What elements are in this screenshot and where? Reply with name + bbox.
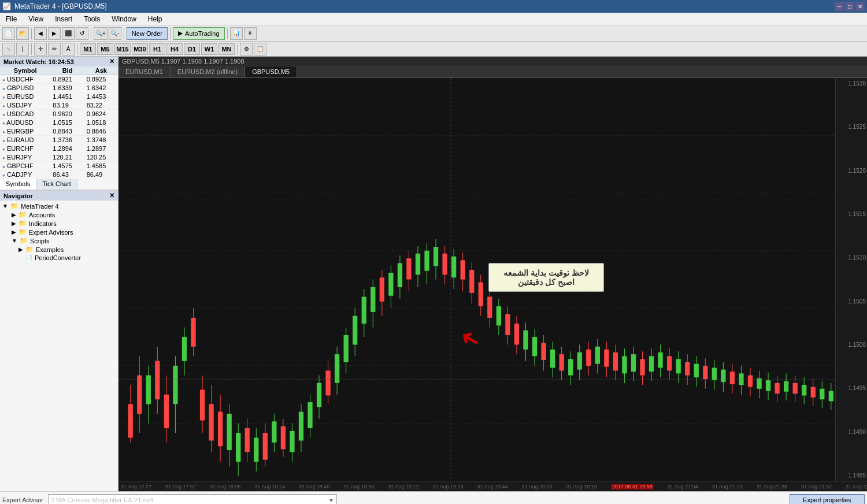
menu-view[interactable]: View — [25, 14, 47, 24]
open-button[interactable]: 📂 — [16, 27, 29, 40]
tf-w1[interactable]: W1 — [201, 43, 217, 55]
svg-rect-22 — [191, 318, 195, 347]
minimize-button[interactable]: ─ — [835, 2, 844, 11]
chart-tab-gbpusdm5[interactable]: GBPUSD,M5 — [245, 66, 297, 77]
svg-rect-56 — [344, 335, 349, 362]
market-watch-row[interactable]: ● USDCHF 0.8921 0.8925 — [0, 75, 118, 84]
menu-tools[interactable]: Tools — [80, 14, 103, 24]
menu-file[interactable]: File — [2, 14, 20, 24]
market-watch-header: Market Watch: 16:24:53 ✕ — [0, 57, 118, 66]
ts-3: 31 Aug 18:08 — [210, 484, 240, 490]
svg-rect-66 — [388, 273, 393, 296]
chart-tab-eurusdm1[interactable]: EURUSD,M1 — [118, 66, 171, 77]
nav-periodconverter[interactable]: 📄 PeriodConverter — [0, 254, 118, 262]
mw-ask: 1.4453 — [84, 92, 118, 101]
market-watch-row[interactable]: ● USDJPY 83.19 83.22 — [0, 101, 118, 110]
mw-col-bid: Bid — [50, 66, 84, 75]
nav-scripts[interactable]: ▼ 📁 Scripts — [0, 236, 118, 245]
svg-rect-38 — [263, 433, 268, 459]
cursor-tool[interactable]: | — [16, 43, 29, 55]
autotrading-button[interactable]: ▶ AutoTrading — [173, 27, 225, 40]
timeframe-toolbar: ⟍ | ✛ ✏ A M1 M5 M15 M30 H1 H4 D1 W1 MN ⚙… — [0, 42, 867, 57]
close-button[interactable]: ✕ — [855, 2, 865, 11]
properties-button[interactable]: ⚙ — [240, 43, 253, 55]
price-10: 1.1485 — [837, 472, 866, 479]
tf-h4[interactable]: H4 — [166, 43, 183, 55]
nav-accounts[interactable]: ▶ 📁 Accounts — [0, 210, 118, 219]
svg-rect-138 — [712, 368, 717, 380]
tf-m1[interactable]: M1 — [80, 43, 96, 55]
price-4: 1.1515 — [837, 211, 866, 217]
svg-rect-148 — [757, 378, 761, 388]
svg-rect-70 — [406, 258, 411, 280]
tf-m15[interactable]: M15 — [114, 43, 131, 55]
mw-bid: 0.8921 — [50, 75, 84, 84]
zoom-in-button[interactable]: 🔍+ — [94, 27, 108, 40]
chart-type-button[interactable]: 📊 — [230, 27, 243, 40]
titlebar-controls[interactable]: ─ □ ✕ — [835, 2, 865, 11]
market-watch-row[interactable]: ● EURJPY 120.21 120.25 — [0, 153, 118, 162]
tf-m30[interactable]: M30 — [132, 43, 148, 55]
stop-button[interactable]: ⬛ — [62, 27, 75, 40]
price-2: 1.1525 — [837, 124, 866, 130]
mw-tab-symbols[interactable]: Symbols — [0, 179, 36, 190]
mw-ask: 1.0518 — [84, 118, 118, 127]
mw-bid: 1.2894 — [50, 144, 84, 153]
sep6 — [31, 43, 32, 55]
tf-h1[interactable]: H1 — [149, 43, 165, 55]
market-watch-row[interactable]: ● EURGBP 0.8843 0.8846 — [0, 127, 118, 136]
zoom-out-button[interactable]: 🔍- — [109, 27, 121, 40]
back-button[interactable]: ◀ — [34, 27, 47, 40]
svg-rect-32 — [236, 433, 240, 462]
market-watch-row[interactable]: ● GBPUSD 1.6339 1.6342 — [0, 84, 118, 92]
template-button[interactable]: 📋 — [254, 43, 266, 55]
market-watch-row[interactable]: ● CADJPY 86.43 86.49 — [0, 171, 118, 179]
nav-expert-advisors[interactable]: ▶ 📁 Expert Advisors — [0, 228, 118, 236]
market-watch-row[interactable]: ● GBPCHF 1.4575 1.4585 — [0, 162, 118, 171]
svg-rect-60 — [362, 297, 366, 323]
nav-indicators[interactable]: ▶ 📁 Indicators — [0, 219, 118, 228]
line-tool[interactable]: ⟍ — [2, 43, 15, 55]
nav-metatrader4[interactable]: ▼ 📁 MetaTrader 4 — [0, 202, 118, 210]
window-title: MetaTrader 4 - [GBPUSD,M5] — [14, 2, 107, 10]
market-watch-row[interactable]: ● USDCAD 0.9620 0.9624 — [0, 110, 118, 118]
chart-tab-eurusdm2[interactable]: EURUSD,M2 (offline) — [171, 66, 245, 77]
svg-rect-36 — [254, 438, 258, 461]
tf-m5[interactable]: M5 — [97, 43, 113, 55]
tf-d1[interactable]: D1 — [184, 43, 200, 55]
menu-insert[interactable]: Insert — [51, 14, 76, 24]
ts-14: 31 Aug 21:20 — [712, 484, 743, 490]
market-watch-close[interactable]: ✕ — [109, 58, 114, 65]
navigator-close[interactable]: ✕ — [109, 192, 114, 199]
market-watch-row[interactable]: ● EURCHF 1.2894 1.2897 — [0, 144, 118, 153]
mw-ask: 1.6342 — [84, 84, 118, 92]
nav-examples[interactable]: ▶ 📁 Examples — [0, 245, 118, 254]
market-watch-row[interactable]: ● EURAUD 1.3736 1.3748 — [0, 136, 118, 144]
text-tool[interactable]: A — [62, 43, 75, 55]
expert-properties-button[interactable]: Expert properties — [790, 494, 865, 504]
menu-window[interactable]: Window — [108, 14, 140, 24]
forward-button[interactable]: ▶ — [48, 27, 61, 40]
expand-icon: ▶ — [12, 212, 16, 218]
grid-button[interactable]: # — [244, 27, 257, 40]
nav-item-label: MetaTrader 4 — [21, 203, 59, 210]
new-order-button[interactable]: New Order — [127, 27, 168, 40]
price-9: 1.1490 — [837, 429, 866, 435]
svg-rect-118 — [622, 356, 627, 373]
mw-symbol: ● EURGBP — [0, 127, 50, 136]
svg-rect-94 — [514, 324, 519, 345]
tf-mn[interactable]: MN — [218, 43, 235, 55]
mw-tab-tickchart[interactable]: Tick Chart — [36, 179, 77, 190]
svg-rect-80 — [451, 257, 456, 278]
svg-rect-106 — [568, 359, 573, 375]
new-button[interactable]: 📄 — [2, 27, 15, 40]
menu-help[interactable]: Help — [144, 14, 166, 24]
market-watch-row[interactable]: ● AUDUSD 1.0515 1.0518 — [0, 118, 118, 127]
refresh-button[interactable]: ↺ — [76, 27, 88, 40]
ea-selector[interactable]: 2 MA Crosses Mega filter EA V1.ex4 ▼ — [48, 494, 337, 504]
draw-tool[interactable]: ✏ — [48, 43, 61, 55]
price-3: 1.1520 — [837, 168, 866, 174]
market-watch-row[interactable]: ● EURUSD 1.4451 1.4453 — [0, 92, 118, 101]
crosshair-tool[interactable]: ✛ — [34, 43, 47, 55]
maximize-button[interactable]: □ — [845, 2, 854, 11]
